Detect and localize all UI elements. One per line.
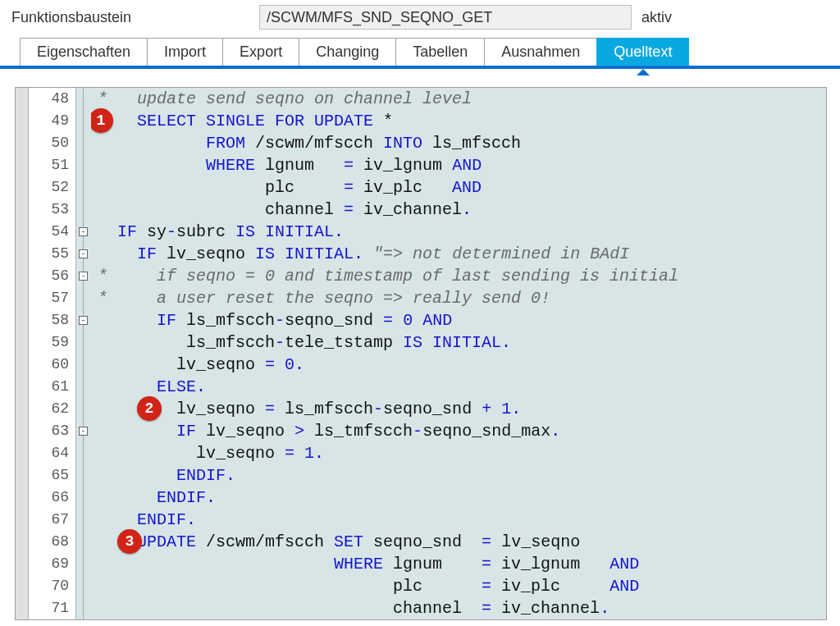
code-line[interactable]: lv_seqno = 1. <box>91 442 826 464</box>
code-line[interactable]: IF lv_seqno > ls_tmfscch-seqno_snd_max. <box>91 420 826 442</box>
status-label: aktiv <box>641 9 672 26</box>
line-number: 66 <box>29 487 75 509</box>
code-line[interactable]: * a user reset the seqno => really send … <box>91 287 826 309</box>
line-number: 69 <box>29 553 75 575</box>
line-number: 53 <box>29 199 75 221</box>
line-number: 64 <box>29 442 75 464</box>
line-number: 71 <box>29 597 75 619</box>
line-number: 65 <box>29 464 75 487</box>
line-number: 49 <box>29 110 75 132</box>
line-number: 52 <box>29 176 75 199</box>
object-name-field[interactable] <box>259 5 632 30</box>
header-bar: Funktionsbaustein aktiv <box>0 0 840 30</box>
fold-column: ----- <box>76 88 91 619</box>
line-number: 56 <box>29 265 75 287</box>
line-number: 62 <box>29 398 75 420</box>
object-type-label: Funktionsbaustein <box>11 9 131 26</box>
line-number: 68 <box>29 531 75 553</box>
fold-toggle-icon[interactable]: - <box>79 316 88 325</box>
code-line[interactable]: UPDATE /scwm/mfscch SET seqno_snd = lv_s… <box>91 531 826 553</box>
tab-eigenschaften[interactable]: Eigenschaften <box>20 38 147 66</box>
tab-strip: EigenschaftenImportExportChangingTabelle… <box>0 33 840 69</box>
tab-import[interactable]: Import <box>147 38 222 66</box>
code-line[interactable]: IF ls_mfscch-seqno_snd = 0 AND <box>91 309 826 331</box>
code-line[interactable]: IF sy-subrc IS INITIAL. <box>91 221 826 243</box>
code-line[interactable]: ENDIF. <box>91 509 826 531</box>
line-number: 55 <box>29 243 75 265</box>
abap-editor: 4849505152535455565758596061626364656667… <box>15 87 827 620</box>
annotation-badge-2: 2 <box>137 396 162 421</box>
code-line[interactable]: IF lv_seqno IS INITIAL. "=> not determin… <box>91 243 826 265</box>
code-line[interactable]: FROM /scwm/mfscch INTO ls_mfscch <box>91 132 826 154</box>
line-number: 58 <box>29 309 75 331</box>
tab-quelltext[interactable]: Quelltext <box>596 38 689 66</box>
line-number: 57 <box>29 287 75 309</box>
line-number: 60 <box>29 354 75 376</box>
tab-changing[interactable]: Changing <box>299 38 395 66</box>
line-number: 59 <box>29 331 75 354</box>
code-line[interactable]: lv_seqno = 0. <box>91 354 826 376</box>
code-line[interactable]: ENDIF. <box>91 487 826 509</box>
code-line[interactable]: * if seqno = 0 and timestamp of last sen… <box>91 265 826 287</box>
line-number: 61 <box>29 376 75 398</box>
tab-export[interactable]: Export <box>222 38 299 66</box>
code-line[interactable]: channel = iv_channel. <box>91 597 826 619</box>
line-number: 70 <box>29 575 75 597</box>
code-line[interactable]: lv_seqno = ls_mfscch-seqno_snd + 1. <box>91 398 826 420</box>
code-line[interactable]: ls_mfscch-tele_tstamp IS INITIAL. <box>91 331 826 354</box>
line-number: 50 <box>29 132 75 154</box>
fold-toggle-icon[interactable]: - <box>79 249 88 258</box>
annotation-badge-3: 3 <box>117 529 142 554</box>
line-number-column: 4849505152535455565758596061626364656667… <box>29 88 76 619</box>
tab-tabellen[interactable]: Tabellen <box>395 38 484 66</box>
code-line[interactable]: channel = iv_channel. <box>91 199 826 221</box>
line-number: 54 <box>29 221 75 243</box>
code-line[interactable]: plc = iv_plc AND <box>91 176 826 199</box>
tab-ausnahmen[interactable]: Ausnahmen <box>484 38 596 66</box>
editor-margin <box>16 88 29 619</box>
code-line[interactable]: plc = iv_plc AND <box>91 575 826 597</box>
fold-toggle-icon[interactable]: - <box>79 272 88 281</box>
code-line[interactable]: ELSE. <box>91 376 826 398</box>
code-area[interactable]: * update send seqno on channel level SEL… <box>91 88 826 619</box>
code-line[interactable]: ENDIF. <box>91 464 826 487</box>
fold-toggle-icon[interactable]: - <box>79 427 88 436</box>
line-number: 67 <box>29 509 75 531</box>
fold-toggle-icon[interactable]: - <box>79 227 88 236</box>
code-line[interactable]: WHERE lgnum = iv_lgnum AND <box>91 553 826 575</box>
line-number: 63 <box>29 420 75 442</box>
line-number: 51 <box>29 154 75 176</box>
code-line[interactable]: SELECT SINGLE FOR UPDATE * <box>91 110 826 132</box>
line-number: 48 <box>29 88 75 110</box>
code-line[interactable]: WHERE lgnum = iv_lgnum AND <box>91 154 826 176</box>
code-line[interactable]: * update send seqno on channel level <box>91 88 826 110</box>
